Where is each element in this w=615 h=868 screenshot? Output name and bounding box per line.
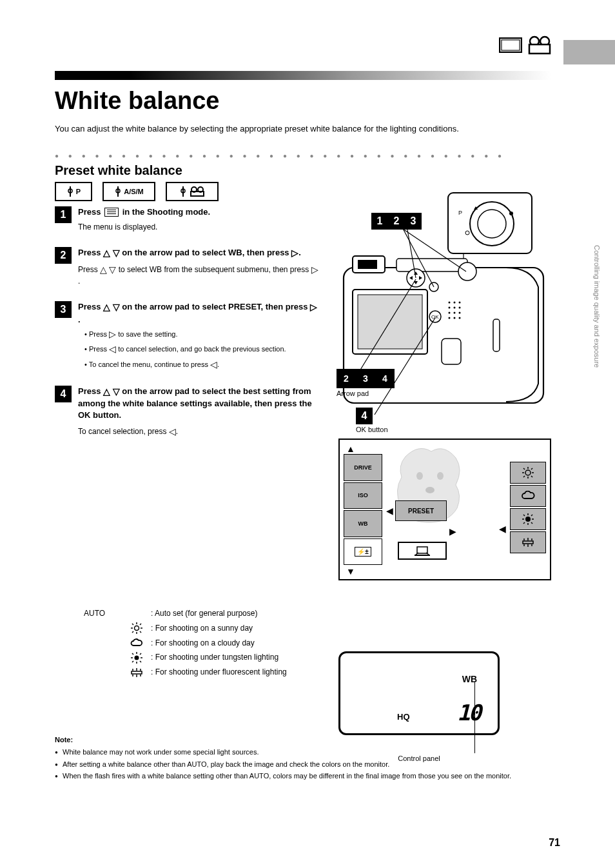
callout-2: 2 [388, 213, 405, 230]
step-number-4: 4 [55, 386, 72, 402]
ctrl-frame-count: 10 [457, 700, 480, 725]
step2-sub: Press △ ▽ to select WB from the subseque… [78, 264, 319, 287]
step3-b3: • To cancel the menu, continue to press … [84, 359, 319, 371]
svg-line-70 [523, 515, 525, 516]
menu-button-icon [104, 208, 119, 217]
svg-line-63 [531, 468, 532, 469]
step-1: 1 Press in the Shooting mode. The menu i… [55, 206, 319, 235]
svg-text:OK: OK [431, 314, 439, 320]
notes-block: Note: White balance may not work under s… [55, 735, 551, 784]
note-3: When the flash fires with a white balanc… [55, 771, 551, 781]
note-2: After setting a white balance other than… [55, 760, 551, 769]
dial-asm: A/S/M [102, 182, 155, 201]
setting-cloudy: : For shooting on a cloudy day [84, 636, 287, 651]
callout-3: 3 [405, 213, 422, 230]
step4-main: Press △ ▽ on the arrow pad to select the… [78, 386, 319, 422]
svg-point-51 [416, 472, 423, 480]
svg-point-34 [459, 302, 461, 304]
svg-text:P: P [458, 210, 462, 216]
header-mode-icons [498, 35, 554, 55]
step1-main: Press in the Shooting mode. [78, 206, 210, 218]
svg-point-37 [459, 307, 461, 309]
svg-rect-44 [442, 339, 461, 364]
svg-point-25 [458, 262, 476, 281]
callout-1: 1 [371, 213, 388, 230]
callout-boxes: 1 2 3 [371, 213, 422, 230]
svg-line-88 [140, 624, 141, 625]
movie-glyph-icon [189, 186, 206, 197]
svg-point-81 [135, 626, 139, 631]
setting-tungsten: : For shooting under tungsten lighting [84, 650, 287, 665]
menu-right-arrow-icon: ▶ [449, 526, 456, 537]
svg-line-86 [132, 624, 133, 625]
svg-point-39 [454, 312, 456, 314]
menu-sel-arrow-icon: ◀ [499, 524, 506, 534]
svg-point-33 [454, 302, 456, 304]
note-1: White balance may not work under some sp… [55, 747, 551, 757]
step-number-3: 3 [55, 301, 72, 318]
svg-point-41 [449, 317, 451, 319]
note-label: Note: [55, 735, 551, 745]
menu-item-wb: WB [344, 510, 382, 537]
svg-point-90 [135, 655, 139, 660]
step4-sub: To cancel selection, press ◁. [78, 426, 319, 439]
movie-mode-icon [527, 35, 554, 55]
svg-line-89 [132, 631, 133, 633]
still-mode-icon [498, 35, 524, 55]
menu-center-col: ◀ PRESET ▶ [386, 444, 457, 575]
svg-line-95 [132, 653, 133, 655]
wb-cloud-icon [510, 485, 546, 507]
menu-drive-icon [398, 542, 447, 560]
svg-line-98 [132, 661, 133, 662]
dotted-rule: ● ● ● ● ● ● ● ● ● ● ● ● ● ● ● ● ● ● ● ● … [55, 152, 551, 159]
svg-point-40 [459, 312, 461, 314]
svg-rect-23 [358, 260, 377, 269]
svg-point-56 [525, 470, 531, 475]
step3-b2: • Press ◁ to cancel selection, and go ba… [84, 343, 319, 356]
side-chapter-label: Controlling image quality and exposure [593, 245, 601, 368]
step-number-1: 1 [55, 206, 72, 223]
svg-rect-45 [493, 319, 500, 351]
dial-movie [166, 182, 219, 201]
menu-down-arrow-icon: ▼ [344, 566, 382, 575]
menu-left-col: ▲ DRIVE ISO WB ⚡± ▼ [344, 444, 382, 575]
page-title: White balance [55, 87, 220, 115]
svg-point-36 [454, 307, 456, 309]
svg-rect-74 [523, 541, 533, 544]
control-panel: WB HQ 10 [338, 651, 500, 735]
step3-main: Press △ ▽ on the arrow pad to select PRE… [78, 301, 319, 326]
svg-line-87 [140, 631, 141, 633]
svg-rect-4 [529, 44, 550, 54]
step-3: 3 Press △ ▽ on the arrow pad to select P… [55, 301, 319, 374]
svg-line-71 [531, 522, 532, 524]
menu-left-arrow-icon: ◀ [386, 506, 393, 516]
setting-auto: AUTO : Auto set (for general purpose) [84, 606, 287, 621]
intro-text: You can adjust the white balance by sele… [55, 124, 551, 135]
svg-point-65 [525, 517, 531, 522]
menu-preset-label: PRESET [395, 500, 447, 521]
step-number-2: 2 [55, 247, 72, 264]
menu-item-drive: DRIVE [344, 454, 382, 481]
svg-rect-1 [502, 40, 520, 50]
setting-fluorescent: : For shooting under fluorescent lightin… [84, 665, 287, 680]
menu-screen: ▲ DRIVE ISO WB ⚡± ▼ ◀ PRESET ▶ [338, 439, 551, 580]
svg-line-96 [140, 661, 141, 662]
tungsten-icon [129, 652, 144, 664]
menu-item-flash: ⚡± [344, 538, 382, 566]
svg-point-42 [454, 317, 456, 319]
svg-rect-54 [417, 547, 427, 553]
fluorescent-icon [129, 668, 144, 677]
menu-up-arrow-icon: ▲ [344, 444, 382, 453]
title-rule [55, 71, 551, 80]
svg-point-52 [437, 472, 444, 480]
wb-settings-list: AUTO : Auto set (for general purpose) : … [84, 606, 287, 680]
callout-arrow-pad: 2 3 4 Arrow pad [337, 369, 395, 397]
svg-point-32 [449, 302, 451, 304]
wb-tungsten-icon [510, 508, 546, 530]
svg-line-64 [523, 476, 525, 477]
menu-right-col [510, 462, 546, 575]
step1-sub: The menu is displayed. [78, 222, 210, 233]
menu-item-iso: ISO [344, 482, 382, 509]
page-number: 71 [549, 837, 560, 849]
svg-line-73 [523, 522, 525, 524]
